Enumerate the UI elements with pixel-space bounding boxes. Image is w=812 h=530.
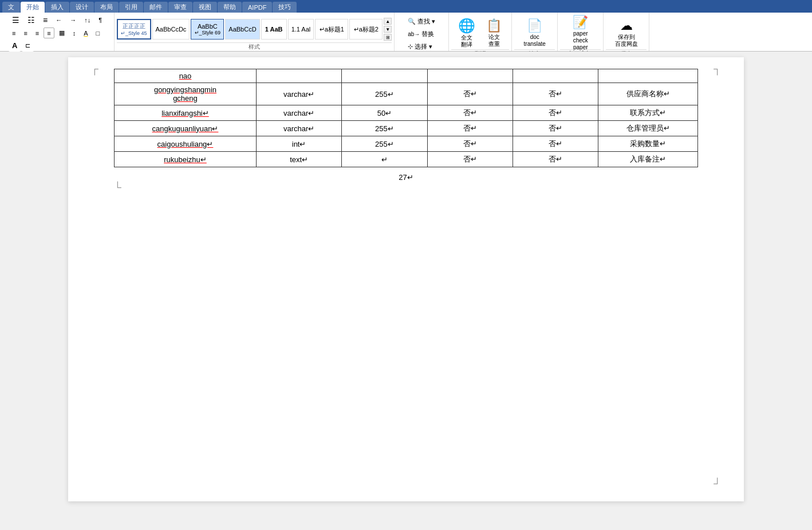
- cell-length[interactable]: 255↵: [342, 121, 427, 136]
- tab-jiqiao[interactable]: 技巧: [273, 2, 297, 13]
- cell-length[interactable]: 50↵: [342, 105, 427, 121]
- align-left-btn[interactable]: ≡: [9, 28, 19, 38]
- tab-buju[interactable]: 布局: [94, 2, 119, 13]
- cell-type[interactable]: int↵: [256, 136, 341, 152]
- cell-nullable[interactable]: 否↵: [427, 136, 513, 152]
- style-11aal[interactable]: 1.1 Aal: [288, 19, 314, 40]
- cell-comment[interactable]: 供应商名称↵: [598, 83, 698, 105]
- quanwen-btn[interactable]: 🌐 全文翻译: [454, 16, 479, 49]
- styles-group: 正正正正 ↵_Style 45 AaBbCcDc AaBbC ↵_Style 6…: [115, 13, 395, 51]
- numbered-list-btn[interactable]: ☷: [24, 14, 38, 26]
- tab-charu[interactable]: 插入: [45, 2, 69, 13]
- style-biaoti2[interactable]: ↵a标题2: [349, 19, 383, 40]
- style-zhengzheng[interactable]: 正正正正 ↵_Style 45: [117, 19, 151, 40]
- cell-comment[interactable]: [598, 69, 698, 83]
- cell-type[interactable]: text↵: [256, 152, 341, 167]
- cell-type[interactable]: [256, 69, 341, 83]
- style-expand[interactable]: ⊞: [384, 34, 392, 41]
- show-marks-btn[interactable]: ¶: [95, 14, 105, 26]
- save-baidu-btn[interactable]: ☁ 保存到百度网盘: [612, 16, 641, 49]
- cell-comment[interactable]: 仓库管理员↵: [598, 121, 698, 136]
- cell-type[interactable]: varchar↵: [256, 83, 341, 105]
- cell-key[interactable]: 否↵: [513, 152, 598, 167]
- tab-bangzhu[interactable]: 帮助: [218, 2, 242, 13]
- save-group: ☁ 保存到百度网盘 保存: [604, 13, 649, 51]
- page-1: ┌ ┐ nao gongyingshangmingcheng varch: [68, 57, 744, 501]
- cell-key[interactable]: [513, 69, 598, 83]
- decrease-indent-btn[interactable]: ←: [52, 14, 65, 26]
- border-btn[interactable]: □: [92, 28, 103, 38]
- tab-kaishi[interactable]: 开始: [21, 2, 45, 13]
- table-row: nao: [115, 69, 698, 83]
- list-btn[interactable]: ☰: [9, 14, 23, 26]
- line-spacing-btn[interactable]: ↕: [69, 28, 80, 38]
- replace-btn[interactable]: ab→ 替换: [405, 29, 438, 40]
- style-scroll-down[interactable]: ▼: [384, 26, 392, 33]
- cell-comment[interactable]: 入库备注↵: [598, 152, 698, 167]
- style-1aab[interactable]: 1 AaB: [261, 19, 287, 40]
- lunwen-label: 论文查重: [488, 34, 500, 48]
- cell-comment[interactable]: 联系方式↵: [598, 105, 698, 121]
- paper-check-label: papercheckpaper: [573, 30, 588, 51]
- tab-shitu[interactable]: 视图: [193, 2, 217, 13]
- cell-key[interactable]: 否↵: [513, 136, 598, 152]
- paragraph-group: ☰ ☷ ≡ ← → ↑↓ ¶ ≡ ≡ ≡ ≡ ▦ ↕ A □: [0, 13, 115, 51]
- style-scroll-up[interactable]: ▲: [384, 18, 392, 25]
- align-right-btn[interactable]: ≡: [32, 28, 42, 38]
- style-biaoti1[interactable]: ↵a标题1: [315, 19, 348, 40]
- tab-yinyong[interactable]: 引用: [119, 2, 143, 13]
- paper-check-btn[interactable]: 📝 papercheckpaper: [568, 16, 593, 49]
- doc-translate-btn[interactable]: 📄 doctranslate: [521, 16, 549, 49]
- styles-list: 正正正正 ↵_Style 45 AaBbCcDc AaBbC ↵_Style 6…: [117, 19, 383, 40]
- cell-nullable[interactable]: 否↵: [427, 152, 513, 167]
- lunwen-btn[interactable]: 📋 论文查重: [482, 16, 507, 49]
- search-btn[interactable]: 🔍 查找 ▾: [405, 16, 438, 27]
- style-sublabel-3: ↵_Style 69: [195, 30, 221, 36]
- cell-nullable[interactable]: [427, 69, 513, 83]
- col-btn[interactable]: ▦: [56, 28, 68, 38]
- cell-comment[interactable]: 采购数量↵: [598, 136, 698, 152]
- corner-tr: ┐: [714, 63, 721, 75]
- cell-length[interactable]: ↵: [342, 152, 427, 167]
- cell-type[interactable]: varchar↵: [256, 105, 341, 121]
- replace-icon: ab→: [408, 31, 420, 37]
- cell-nullable[interactable]: 否↵: [427, 121, 513, 136]
- style-aabb[interactable]: AaBbC ↵_Style 69: [191, 19, 224, 40]
- cell-field[interactable]: lianxifangshi↵: [115, 105, 257, 121]
- cell-length[interactable]: 255↵: [342, 136, 427, 152]
- cell-key[interactable]: 否↵: [513, 83, 598, 105]
- select-btn[interactable]: ⊹ 选择 ▾: [405, 41, 438, 52]
- multilevel-list-btn[interactable]: ≡: [40, 14, 51, 26]
- tab-sheji[interactable]: 设计: [70, 2, 94, 13]
- highlight-btn[interactable]: ⊏: [22, 40, 34, 52]
- cell-type[interactable]: varchar↵: [256, 121, 341, 136]
- translate-icon: 🌐: [458, 18, 476, 34]
- tab-youjian[interactable]: 邮件: [144, 2, 168, 13]
- cell-nullable[interactable]: 否↵: [427, 105, 513, 121]
- tab-aipdf[interactable]: AIPDF: [242, 2, 272, 13]
- cell-field[interactable]: cangkuguanliyuan↵: [115, 121, 257, 136]
- translate-group: 🌐 全文翻译 📋 论文查重 翻译: [449, 13, 512, 51]
- sort-btn[interactable]: ↑↓: [81, 14, 94, 26]
- shading-btn[interactable]: A: [80, 28, 91, 38]
- cell-key[interactable]: 否↵: [513, 121, 598, 136]
- style-aabbcc[interactable]: AaBbCcDc: [152, 19, 190, 40]
- align-center-btn[interactable]: ≡: [20, 28, 30, 38]
- font-color-btn[interactable]: A: [9, 40, 21, 52]
- tab-wen[interactable]: 文: [2, 2, 20, 13]
- data-table-1: nao gongyingshangmingcheng varchar↵ 255↵…: [114, 69, 698, 167]
- tab-shencha[interactable]: 审查: [168, 2, 192, 13]
- search-label: 查找 ▾: [417, 17, 435, 26]
- style-aabb3[interactable]: AaBbCcD: [225, 19, 259, 40]
- cell-length[interactable]: 255↵: [342, 83, 427, 105]
- increase-indent-btn[interactable]: →: [66, 14, 80, 26]
- justify-btn[interactable]: ≡: [44, 28, 54, 38]
- cell-field[interactable]: rukubeizhu↵: [115, 152, 257, 167]
- cell-nullable[interactable]: 否↵: [427, 83, 513, 105]
- cell-field[interactable]: gongyingshangmingcheng: [115, 83, 257, 105]
- cell-length[interactable]: [342, 69, 427, 83]
- corner-tl: ┌: [91, 63, 98, 75]
- cell-key[interactable]: 否↵: [513, 105, 598, 121]
- cell-field[interactable]: caigoushuliang↵: [115, 136, 257, 152]
- cell-field[interactable]: nao: [115, 69, 257, 83]
